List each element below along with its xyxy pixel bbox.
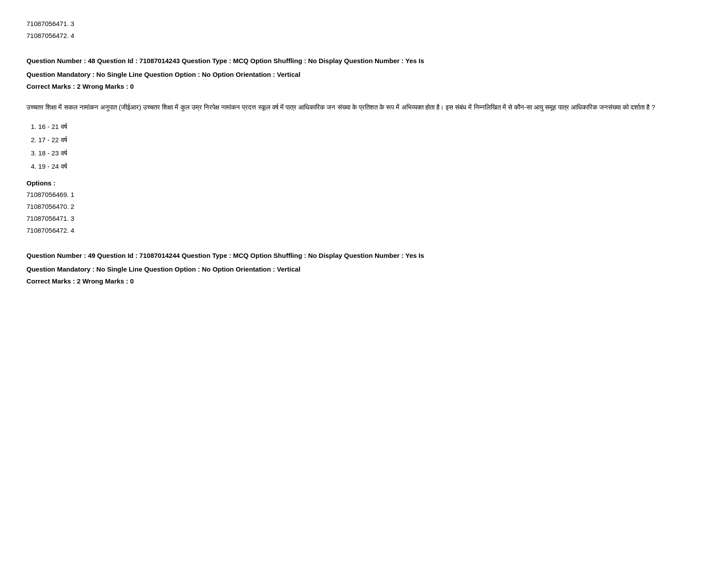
option-id-item: 71087056469. 1: [26, 189, 702, 200]
prev-option-3: 71087056471. 3: [26, 18, 702, 30]
option-id-item: 71087056470. 2: [26, 200, 702, 212]
question-49-header-line2: Question Mandatory : No Single Line Ques…: [26, 263, 702, 275]
question-49-block: Question Number : 49 Question Id : 71087…: [26, 249, 702, 287]
question-49-marks: Correct Marks : 2 Wrong Marks : 0: [26, 275, 702, 287]
option-item: 3. 18 - 23 वर्ष: [31, 147, 702, 160]
question-48-options-list: 1. 16 - 21 वर्ष2. 17 - 22 वर्ष3. 18 - 23…: [26, 120, 702, 173]
question-48-marks: Correct Marks : 2 Wrong Marks : 0: [26, 80, 702, 92]
prev-option-4: 71087056472. 4: [26, 30, 702, 42]
option-item: 2. 17 - 22 वर्ष: [31, 133, 702, 147]
option-item: 1. 16 - 21 वर्ष: [31, 120, 702, 133]
option-id-item: 71087056471. 3: [26, 212, 702, 224]
question-48-option-ids: 71087056469. 171087056470. 271087056471.…: [26, 189, 702, 236]
previous-question-options: 71087056471. 3 71087056472. 4: [26, 18, 702, 42]
question-48-text: उच्चतर शिक्षा में सकल नामांकन अनुपात (जी…: [26, 101, 702, 113]
question-48-options-label: Options :: [26, 179, 702, 187]
option-id-item: 71087056472. 4: [26, 224, 702, 236]
question-48-header-line1: Question Number : 48 Question Id : 71087…: [26, 55, 702, 67]
question-48-block: Question Number : 48 Question Id : 71087…: [26, 55, 702, 236]
option-item: 4. 19 - 24 वर्ष: [31, 160, 702, 173]
question-48-header-line2: Question Mandatory : No Single Line Ques…: [26, 68, 702, 80]
question-49-header-line1: Question Number : 49 Question Id : 71087…: [26, 249, 702, 261]
